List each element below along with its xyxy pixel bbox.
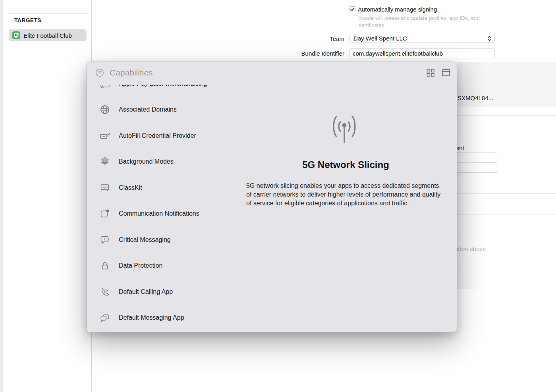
capability-list-item[interactable]: Critical Messaging	[87, 227, 234, 253]
capability-detail-description: 5G network slicing enables your apps to …	[246, 182, 444, 208]
team-select-value: Day Well Spent LLC	[353, 35, 487, 42]
capability-list-item[interactable]: Default Messaging App	[87, 305, 234, 331]
capability-list-item[interactable]: ClassKit	[87, 175, 234, 201]
field-underline	[456, 153, 497, 153]
entitlement-text-fragment: ent	[456, 145, 464, 151]
capability-label: AutoFill Credential Provider	[119, 132, 196, 139]
capability-detail-title: 5G Network Slicing	[235, 159, 457, 170]
app-icon-elite-football-club	[12, 31, 20, 39]
capability-label: Associated Domains	[119, 106, 177, 113]
targets-section-header: TARGETS	[14, 17, 41, 23]
globe-icon	[99, 104, 110, 115]
lock-icon	[99, 260, 110, 271]
phone-waves-icon	[99, 286, 110, 297]
classkit-board-icon	[99, 182, 110, 193]
layers-icon	[99, 156, 110, 167]
apple-pay-icon	[99, 85, 110, 89]
auto-manage-signing-label[interactable]: Automatically manage signing	[358, 6, 437, 13]
section-divider	[457, 115, 556, 116]
popup-shadow-gradient	[457, 106, 485, 289]
capabilities-hint-text-fragment: utton above.	[455, 245, 488, 252]
capability-list-item[interactable]: Communication Notifications	[87, 201, 234, 227]
capability-list-item[interactable]: AutoFill Credential Provider	[87, 123, 234, 149]
app-badge-icon	[99, 208, 110, 219]
team-label: Team	[330, 35, 344, 42]
team-select[interactable]: Day Well Spent LLC	[349, 34, 495, 43]
auto-manage-signing-help: Xcode will create and update profiles, a…	[359, 15, 496, 29]
capability-list-item[interactable]: Associated Domains	[87, 97, 234, 123]
capability-label: ClassKit	[119, 184, 142, 191]
capability-label: Communication Notifications	[119, 210, 199, 217]
sidebar-item-target-elite-football-club[interactable]: Elite Football Club	[9, 29, 87, 41]
search-placeholder: Capabilities	[110, 68, 153, 77]
capability-list-item[interactable]: Background Modes	[87, 149, 234, 175]
capability-list-item[interactable]: Apple Pay Later Merchandising	[87, 85, 234, 97]
grid-view-icon	[426, 68, 435, 77]
window-edge-strip	[0, 0, 3, 392]
capability-label: Data Protection	[119, 262, 162, 269]
capability-list-item[interactable]: Data Protection	[87, 253, 234, 279]
stepper-icon	[487, 35, 492, 42]
autofill-icon	[99, 130, 110, 141]
chat-bubbles-icon	[99, 312, 110, 323]
capability-list-item[interactable]: Default Calling App	[87, 279, 234, 305]
capabilities-list: Apple Pay Later Merchandising Associated…	[87, 85, 234, 332]
capability-label: Background Modes	[119, 158, 174, 165]
sidebar-divider	[8, 13, 87, 14]
popup-header: Capabilities	[87, 62, 457, 84]
checkmark-icon	[350, 7, 355, 12]
grid-view-button[interactable]	[426, 68, 435, 77]
antenna-radiowaves-icon	[327, 115, 362, 143]
filter-icon	[95, 68, 104, 77]
capability-label: Apple Pay Later Merchandising	[119, 85, 207, 87]
capability-label: Default Calling App	[119, 288, 173, 295]
capabilities-popup: Capabilities Apple Pay Later Merchandisi…	[87, 62, 457, 332]
capabilities-search-field[interactable]: Capabilities	[95, 68, 426, 77]
project-sidebar: TARGETS Elite Football Club	[3, 0, 92, 392]
bundle-identifier-label: Bundle Identifier	[301, 50, 344, 57]
auto-manage-signing-checkbox[interactable]	[349, 6, 355, 12]
capability-label: Critical Messaging	[119, 236, 171, 243]
target-name-label: Elite Football Club	[23, 32, 72, 39]
bundle-identifier-input[interactable]	[349, 48, 495, 58]
signing-certificate-text-fragment: SXMQ4L84...	[458, 95, 493, 101]
section-divider	[457, 193, 556, 194]
field-underline	[456, 162, 497, 163]
capability-detail-panel: 5G Network Slicing 5G network slicing en…	[235, 85, 457, 332]
capability-label: Default Messaging App	[119, 314, 184, 321]
window-view-icon	[441, 68, 451, 77]
section-divider	[457, 214, 556, 215]
window-view-button[interactable]	[441, 68, 451, 77]
exclamation-bubble-icon	[99, 234, 110, 245]
field-underline	[456, 172, 497, 173]
